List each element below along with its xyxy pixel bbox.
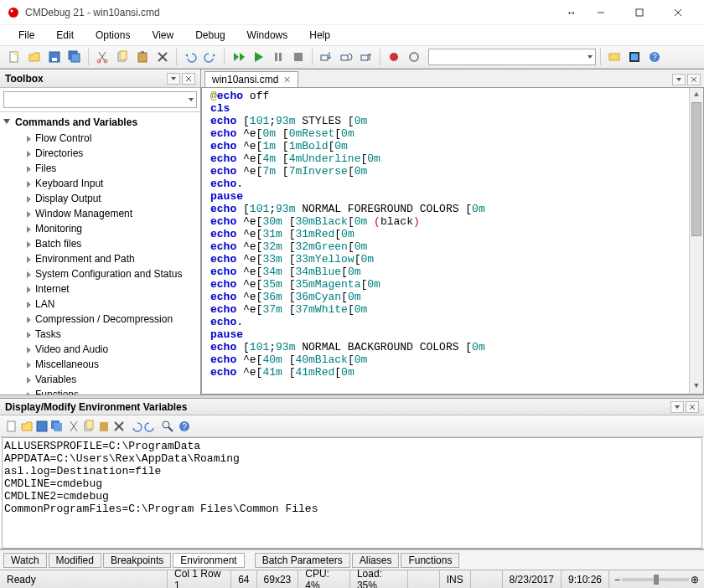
- bottom-tab-breakpoints[interactable]: Breakpoints: [103, 553, 171, 568]
- toolbox-dropdown-icon[interactable]: [167, 73, 180, 85]
- step-out-icon[interactable]: [357, 48, 375, 66]
- zoom-out-icon[interactable]: −: [614, 574, 620, 585]
- editor-dropdown-icon[interactable]: [672, 74, 686, 85]
- menu-debug[interactable]: Debug: [187, 28, 233, 43]
- env-close-icon[interactable]: [686, 401, 699, 413]
- bottom-tab-functions[interactable]: Functions: [401, 553, 459, 568]
- env-cut-icon[interactable]: [67, 420, 80, 433]
- bottom-tab-environment[interactable]: Environment: [173, 553, 244, 568]
- tree-item-variables[interactable]: Variables: [0, 372, 200, 387]
- bottom-tab-batch-parameters[interactable]: Batch Parameters: [255, 553, 350, 568]
- tool-a-icon[interactable]: [605, 48, 624, 66]
- svg-rect-21: [279, 53, 282, 61]
- bottom-tab-aliases[interactable]: Aliases: [352, 553, 400, 568]
- tree-item-functions[interactable]: Functions: [0, 387, 200, 395]
- record-off-icon[interactable]: [405, 48, 423, 66]
- svg-point-0: [8, 8, 18, 18]
- tool-b-icon[interactable]: [625, 48, 644, 66]
- tree-item-files[interactable]: Files: [0, 161, 200, 176]
- close-tab-icon[interactable]: ✕: [283, 75, 291, 85]
- open-file-icon[interactable]: [25, 48, 44, 66]
- menu-help[interactable]: Help: [301, 28, 339, 43]
- scroll-up-icon[interactable]: ▲: [690, 88, 703, 102]
- env-open-icon[interactable]: [20, 420, 34, 433]
- tree-item-monitoring[interactable]: Monitoring: [0, 221, 200, 236]
- maximize-button[interactable]: [620, 0, 659, 25]
- tree-item-video-and-audio[interactable]: Video and Audio: [0, 342, 200, 357]
- tree-item-batch-files[interactable]: Batch files: [0, 236, 200, 251]
- menu-options[interactable]: Options: [87, 28, 138, 43]
- menu-view[interactable]: View: [143, 28, 182, 43]
- toolbox-close-icon[interactable]: [182, 73, 195, 85]
- env-paste-icon[interactable]: [97, 420, 111, 433]
- env-help-icon[interactable]: ?: [178, 420, 191, 433]
- run-icon[interactable]: [249, 48, 267, 66]
- tree-item-internet[interactable]: Internet: [0, 281, 200, 297]
- tree-item-miscellaneous[interactable]: Miscellaneous: [0, 357, 200, 372]
- paste-icon[interactable]: [133, 48, 152, 66]
- bottom-tab-watch[interactable]: Watch: [3, 553, 47, 568]
- save-all-icon[interactable]: [65, 48, 84, 66]
- env-redo-icon[interactable]: [144, 420, 158, 433]
- code-line: echo ^e[37m [37mWhite[0m: [204, 303, 485, 316]
- save-icon[interactable]: [45, 48, 64, 66]
- menu-file[interactable]: File: [10, 28, 43, 43]
- svg-rect-44: [86, 420, 93, 429]
- svg-point-48: [163, 421, 169, 428]
- tree-item-flow-control[interactable]: Flow Control: [0, 131, 200, 146]
- tree-item-lan[interactable]: LAN: [0, 297, 200, 312]
- tree-item-directories[interactable]: Directories: [0, 146, 200, 161]
- menu-windows[interactable]: Windows: [239, 28, 297, 43]
- editor-tab[interactable]: win10ansi.cmd ✕: [204, 71, 298, 87]
- bottom-tab-modified[interactable]: Modified: [49, 553, 101, 568]
- tree-item-keyboard-input[interactable]: Keyboard Input: [0, 176, 200, 191]
- zoom-slider[interactable]: − ⊕: [609, 574, 704, 585]
- tree-item-environment-and-path[interactable]: Environment and Path: [0, 251, 200, 266]
- editor-scrollbar[interactable]: ▲ ▼: [689, 88, 703, 394]
- env-copy-icon[interactable]: [82, 420, 96, 433]
- code-editor[interactable]: @echo offclsecho [101;93m STYLES [0mecho…: [201, 88, 704, 395]
- redo-icon[interactable]: [201, 48, 220, 66]
- tree-item-display-output[interactable]: Display Output: [0, 191, 200, 206]
- code-line: echo ^e[7m [7mInverse[0m: [204, 165, 485, 178]
- tree-item-tasks[interactable]: Tasks: [0, 327, 200, 342]
- close-button[interactable]: [659, 0, 697, 25]
- toolbox-search-combo[interactable]: [3, 91, 197, 108]
- step-into-icon[interactable]: [317, 48, 335, 66]
- toolbar-combo[interactable]: [428, 49, 596, 65]
- env-list[interactable]: ALLUSERSPROFILE=C:\ProgramDataAPPDATA=C:…: [2, 437, 702, 549]
- env-new-icon[interactable]: [5, 420, 18, 433]
- env-undo-icon[interactable]: [129, 420, 142, 433]
- pause-icon[interactable]: [269, 48, 287, 66]
- help-icon[interactable]: ?: [645, 48, 664, 66]
- scroll-down-icon[interactable]: ▼: [690, 379, 703, 394]
- new-file-icon[interactable]: [5, 48, 23, 66]
- env-save-icon[interactable]: [35, 420, 49, 433]
- menu-edit[interactable]: Edit: [48, 28, 82, 43]
- env-delete-icon[interactable]: [112, 420, 126, 433]
- cut-icon[interactable]: [93, 48, 111, 66]
- statusbar: Ready Col 1 Row 1 64 69x23 CPU: 4% Load:…: [0, 570, 704, 588]
- tree-item-compression-decompression[interactable]: Compression / Decompression: [0, 312, 200, 327]
- undo-icon[interactable]: [181, 48, 199, 66]
- tree-item-system-configuration-and-status[interactable]: System Configuration and Status: [0, 266, 200, 281]
- record-icon[interactable]: [385, 48, 403, 66]
- env-saveall-icon[interactable]: [50, 420, 64, 433]
- svg-rect-11: [71, 54, 80, 62]
- code-line: echo ^e[33m [33mYellow[0m: [204, 253, 485, 266]
- status-num: 64: [231, 570, 256, 588]
- env-find-icon[interactable]: [161, 420, 174, 433]
- scroll-thumb[interactable]: [691, 102, 701, 236]
- zoom-handle[interactable]: [654, 575, 659, 585]
- minimize-button[interactable]: [582, 0, 620, 25]
- tree-group-header[interactable]: Commands and Variables: [0, 114, 200, 131]
- env-dropdown-icon[interactable]: [670, 401, 684, 413]
- delete-icon[interactable]: [153, 48, 172, 66]
- run-to-icon[interactable]: [229, 48, 247, 66]
- zoom-in-icon[interactable]: ⊕: [691, 574, 699, 585]
- copy-icon[interactable]: [113, 48, 132, 66]
- stop-icon[interactable]: [289, 48, 308, 66]
- step-over-icon[interactable]: [337, 48, 355, 66]
- editor-close-icon[interactable]: [687, 74, 701, 85]
- tree-item-window-management[interactable]: Window Management: [0, 206, 200, 221]
